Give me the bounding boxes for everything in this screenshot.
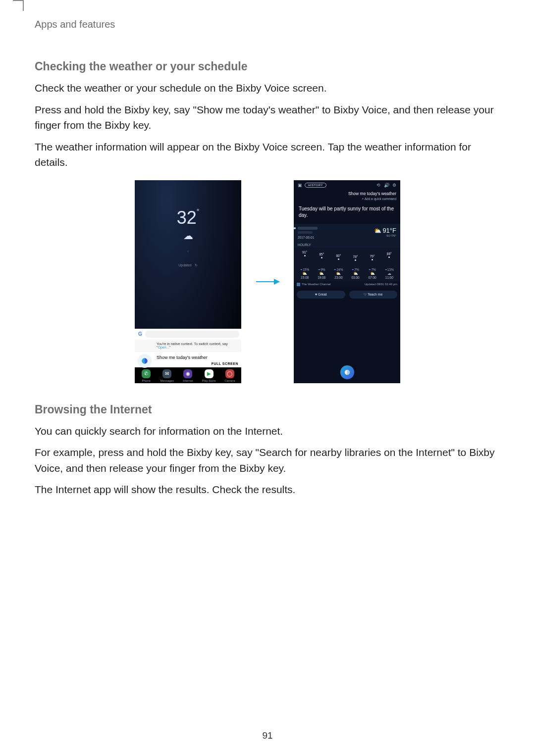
home-bottom-stack: G You're in native context. To switch co… [135, 329, 241, 383]
breadcrumb: Apps and features [35, 19, 500, 30]
page-corner-mark [23, 0, 24, 11]
dock-app-phone[interactable]: ✆Phone [137, 369, 156, 382]
partly-sunny-icon: ⛅ [374, 227, 381, 234]
hourly-weather-icon: ⛅ [314, 271, 329, 276]
feedback-teach-button[interactable]: ♡ Teach me [349, 291, 398, 299]
body-text: The weather information will appear on t… [35, 139, 500, 170]
bixby-top-bar: ▣ HISTORY ⟲ 🔊 ⚙ [294, 180, 400, 190]
dock-label: Phone [142, 379, 150, 382]
refresh-icon[interactable]: ↻ [195, 263, 198, 267]
hourly-time: 03:00 [347, 276, 363, 279]
weather-footer: The Weather Channel Updated 08/01 02:40 … [294, 281, 400, 288]
hourly-precip: 9% [314, 268, 329, 271]
hourly-label: HOURLY [294, 241, 400, 248]
phone-icon: ✆ [142, 369, 151, 378]
hourly-time: 19:00 [314, 276, 329, 279]
hourly-precip: 13% [381, 268, 397, 271]
dock-app-messages[interactable]: ✉Messages [158, 369, 176, 382]
dock-label: Play Store [202, 379, 216, 382]
feedback-row: ♥ Great ♡ Teach me [294, 288, 400, 302]
hourly-precip-row: 15% 9% 24% 7% 7% 13% [297, 268, 397, 271]
body-text: Press and hold the Bixby key, say "Show … [35, 102, 500, 133]
context-switch-note: You're in native context. To switch cont… [135, 340, 241, 352]
body-text: For example, press and hold the Bixby ke… [35, 445, 500, 476]
hi-lo-temp: 91°/76° [374, 234, 396, 237]
widget-temperature[interactable]: 32° [135, 207, 241, 228]
hourly-temp: 91° [297, 251, 313, 261]
hourly-precip: 7% [347, 268, 363, 271]
hourly-precip: 24% [330, 268, 346, 271]
hourly-precip: 15% [297, 268, 313, 271]
camera-icon: ◯ [225, 369, 234, 378]
hourly-forecast[interactable]: 91° 85° 80° 78° 79° 88° 15% 9% 24% 7% 7%… [294, 248, 400, 281]
google-search-bar[interactable]: G [135, 329, 241, 340]
command-text: Show me today's weather [157, 355, 238, 360]
hourly-weather-icon: ⛅ [330, 271, 346, 276]
messages-icon: ✉ [162, 369, 171, 378]
body-text: Check the weather or your schedule on th… [35, 80, 500, 96]
hourly-temp: 78° [347, 251, 363, 261]
weather-provider: The Weather Channel [297, 283, 331, 286]
hourly-weather-icon: ⛅ [364, 271, 380, 276]
history-button[interactable]: HISTORY [305, 183, 326, 188]
hourly-icons-row: ⛅ ⛅ ⛅ ⛅ ⛅ ☁ [297, 271, 397, 276]
hourly-time: 07:00 [364, 276, 380, 279]
body-text: You can quickly search for information o… [35, 423, 500, 439]
feedback-great-button[interactable]: ♥ Great [297, 291, 345, 299]
svg-marker-1 [274, 279, 280, 285]
add-quick-command[interactable]: + Add a quick command [294, 197, 400, 202]
page-number: 91 [0, 730, 535, 741]
dock-label: Messages [160, 379, 174, 382]
sound-icon[interactable]: 🔊 [383, 182, 389, 188]
dock-app-playstore[interactable]: ▶Play Store [200, 369, 218, 382]
hourly-time: 15:00 [297, 276, 313, 279]
section-heading-weather: Checking the weather or your schedule [35, 60, 500, 73]
google-icon: G [137, 331, 144, 338]
figure-row: 32° ☁ ○ Updated ↻ G You're in native con… [35, 180, 500, 383]
location-indicator: ○ [135, 250, 241, 253]
hourly-weather-icon: ⛅ [347, 271, 363, 276]
context-note-text: " [169, 346, 170, 349]
dock-app-camera[interactable]: ◯Camera [220, 369, 239, 382]
playstore-icon: ▶ [205, 369, 214, 378]
hourly-times-row: 15:00 19:00 23:00 03:00 07:00 11:00 [297, 276, 397, 279]
now-temp-block: ⛅ 91°F 91°/76° [374, 227, 396, 237]
weather-updated: Updated 08/01 02:40 pm [365, 283, 397, 286]
screenshot-bixby-weather: ▣ HISTORY ⟲ 🔊 ⚙ Show me today's weather … [294, 180, 400, 383]
hourly-weather-icon: ⛅ [297, 271, 313, 276]
search-pill[interactable] [145, 331, 239, 338]
bixby-icon [138, 354, 152, 368]
updated-text: Updated [178, 263, 191, 267]
now-temp: 91°F [382, 227, 396, 234]
bixby-mic-button[interactable] [340, 365, 354, 379]
card-icon[interactable]: ▣ [297, 182, 303, 188]
weather-icon: ☁ [135, 230, 241, 242]
dock-app-internet[interactable]: ◉Internet [178, 369, 197, 382]
share-icon[interactable]: ⟲ [375, 182, 381, 188]
degree-symbol: ° [197, 207, 200, 215]
hourly-time: 11:00 [381, 276, 397, 279]
updated-label[interactable]: Updated ↻ [135, 263, 241, 267]
screenshot-home: 32° ☁ ○ Updated ↻ G You're in native con… [135, 180, 241, 383]
bixby-command-card[interactable]: Show me today's weather FULL SCREEN [135, 352, 241, 367]
current-weather-card[interactable]: 2017-08-01 ⛅ 91°F 91°/76° [294, 224, 400, 241]
arrow-right-icon [255, 277, 280, 287]
temperature-value: 32 [177, 207, 197, 228]
bixby-summary: Tuesday will be partly sunny for most of… [294, 202, 400, 224]
dock-label: Internet [183, 379, 193, 382]
hourly-weather-icon: ☁ [381, 271, 397, 276]
settings-icon[interactable]: ⚙ [391, 182, 397, 188]
hourly-temps-row: 91° 85° 80° 78° 79° 88° [297, 251, 397, 261]
hourly-precip: 7% [364, 268, 380, 271]
context-note-open[interactable]: Open... [158, 346, 169, 349]
hourly-temp: 79° [364, 251, 380, 261]
hourly-temp: 88° [381, 251, 397, 261]
full-screen-button[interactable]: FULL SCREEN [157, 362, 238, 365]
hourly-time: 23:00 [330, 276, 346, 279]
hourly-temp: 85° [314, 251, 329, 261]
internet-icon: ◉ [183, 369, 192, 378]
app-dock: ✆Phone ✉Messages ◉Internet ▶Play Store ◯… [135, 367, 241, 383]
body-text: The Internet app will show the results. … [35, 482, 500, 498]
hourly-temp: 80° [330, 251, 346, 261]
section-heading-internet: Browsing the Internet [35, 403, 500, 416]
